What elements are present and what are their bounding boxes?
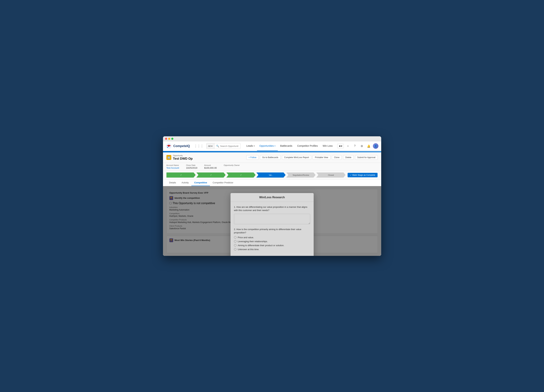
printable-view-button[interactable]: Printable View <box>313 155 331 160</box>
add-icon[interactable]: ＋ <box>345 143 351 149</box>
nav-item-leads[interactable]: Leads ▾ <box>244 141 257 151</box>
checkmark-icon: ✓ <box>210 174 212 176</box>
minimize-dot[interactable] <box>168 138 170 140</box>
pipeline-stage-4[interactable]: Val... <box>256 173 286 178</box>
nav-item-opportunities[interactable]: Opportunities ▾ <box>257 141 278 151</box>
delete-button[interactable]: Delete <box>343 155 354 160</box>
pipeline-stage-3[interactable]: ✓ <box>226 173 256 178</box>
main-content: Opportunity Board Survey Exec VFP 🏆 Iden… <box>163 186 381 256</box>
nav-item-competitor-profiles[interactable]: Competitor Profiles <box>295 141 320 151</box>
main-nav: Leads ▾ Opportunities ▾ Battlecards Comp… <box>242 141 335 151</box>
opportunity-title-row: 🏢 Opportunity Test DWD Op + Follow Go to… <box>166 155 378 161</box>
submit-approval-button[interactable]: Submit for Approval <box>355 155 378 160</box>
search-bar: All ▾ 🔍 <box>206 143 241 149</box>
question1-text: 1. How are we differentiating our value … <box>234 205 310 212</box>
follow-button[interactable]: + Follow <box>246 155 259 160</box>
browser-chrome <box>163 136 381 141</box>
radio-input-3[interactable] <box>234 244 237 247</box>
help-icon[interactable]: ? <box>352 143 358 149</box>
question2-text: 2. How is the competition primarily aimi… <box>234 228 310 234</box>
page-title: Test DWD Op <box>173 157 193 161</box>
amount-value: $100,000.00 <box>204 167 217 169</box>
avatar[interactable]: 👤 <box>373 143 378 149</box>
radio-options-group: Price and value. Leveraging their relati… <box>234 236 310 251</box>
breadcrumb: Opportunity <box>173 155 193 156</box>
radio-label-4: Unknown at this time. <box>238 248 259 251</box>
notifications-icon[interactable]: 🔔 <box>366 143 372 149</box>
stage-label: Closed <box>328 174 334 176</box>
owner-label: Opportunity Owner <box>224 164 240 166</box>
checkmark-icon: ✓ <box>180 174 182 176</box>
modal-title: Win/Loss Research <box>231 193 314 202</box>
radio-label-2: Leveraging their relationships. <box>238 240 268 243</box>
accent-bar <box>163 151 381 152</box>
browser-window: CompeteIQ ⋮⋮⋮ All ▾ 🔍 Leads ▾ <box>163 136 381 256</box>
radio-input-2[interactable] <box>234 240 237 242</box>
radio-option-3[interactable]: Aiming to differentiate their product or… <box>234 244 310 247</box>
nav-right: ★▾ ＋ ? ⚙ 🔔 👤 <box>337 143 378 149</box>
search-scope-dropdown[interactable]: All ▾ <box>207 143 214 149</box>
account-name-field: Account Name Test Account <box>166 164 179 169</box>
close-dot[interactable] <box>165 138 167 140</box>
tab-competitor-predictor[interactable]: Competitor Predictor <box>210 179 236 186</box>
radio-input-4[interactable] <box>234 248 237 250</box>
radio-option-1[interactable]: Price and value. <box>234 236 310 239</box>
pipeline-stage-1[interactable]: ✓ <box>166 173 196 178</box>
radio-label-3: Aiming to differentiate their product or… <box>238 244 284 247</box>
opportunity-header: 🏢 Opportunity Test DWD Op + Follow Go to… <box>163 152 381 163</box>
tab-details[interactable]: Details <box>166 179 179 186</box>
nav-item-win-loss[interactable]: Win Loss <box>320 141 335 151</box>
account-name-label: Account Name <box>166 164 179 166</box>
top-nav: CompeteIQ ⋮⋮⋮ All ▾ 🔍 Leads ▾ <box>163 141 381 151</box>
pipeline-stage-negotiation[interactable]: Negotiation/Review <box>286 173 316 178</box>
pipeline-row: ✓ ✓ ✓ Val... Negotiation/Review Closed ✓… <box>163 171 381 179</box>
pipeline-stage-closed[interactable]: Closed <box>316 173 346 178</box>
battlecards-button[interactable]: Go to Battlecards <box>260 155 281 160</box>
chevron-down-icon: ▾ <box>254 145 254 147</box>
modal-overlay: Win/Loss Research 1. How are we differen… <box>163 186 381 256</box>
clone-button[interactable]: Clone <box>332 155 342 160</box>
search-input-area: 🔍 <box>214 145 240 147</box>
chevron-down-icon: ▾ <box>211 145 213 147</box>
star-button[interactable]: ★▾ <box>337 144 344 148</box>
stage-label: Negotiation/Review <box>293 174 309 176</box>
owner-field: Opportunity Owner <box>224 164 240 169</box>
close-date-field: Close Date 10/25/2019 <box>186 164 197 169</box>
svg-point-1 <box>168 145 170 147</box>
logo-area: CompeteIQ <box>166 143 190 149</box>
radio-input-1[interactable] <box>234 236 237 239</box>
logo-text: CompeteIQ <box>173 144 190 148</box>
question1-textarea[interactable] <box>234 214 310 224</box>
tab-competitive[interactable]: Competitive <box>191 179 210 186</box>
account-name-value[interactable]: Test Account <box>166 167 179 169</box>
opportunity-details-row: Account Name Test Account Close Date 10/… <box>163 163 381 171</box>
chevron-down-icon: ▾ <box>274 145 275 147</box>
modal-body: 1. How are we differentiating our value … <box>231 202 314 256</box>
logo-icon <box>166 143 172 149</box>
win-loss-report-button[interactable]: Complete Win/Loss Report <box>282 155 311 160</box>
nav-item-battlecards[interactable]: Battlecards <box>278 141 295 151</box>
stage-label: Val... <box>269 174 273 176</box>
opportunity-title-left: 🏢 Opportunity Test DWD Op <box>166 155 193 161</box>
win-loss-modal: Win/Loss Research 1. How are we differen… <box>231 193 314 256</box>
opportunity-actions: + Follow Go to Battlecards Complete Win/… <box>246 155 378 160</box>
close-date-label: Close Date <box>186 164 197 166</box>
tabs-row: Details Activity Competitive Competitor … <box>163 179 381 186</box>
opportunity-icon: 🏢 <box>166 155 171 160</box>
checkmark-icon: ✓ <box>240 174 242 176</box>
settings-icon[interactable]: ⚙ <box>359 143 365 149</box>
app-container: CompeteIQ ⋮⋮⋮ All ▾ 🔍 Leads ▾ <box>163 141 381 256</box>
close-date-value: 10/25/2019 <box>186 167 197 169</box>
search-icon: 🔍 <box>216 145 219 147</box>
tab-activity[interactable]: Activity <box>179 179 191 186</box>
grid-icon[interactable]: ⋮⋮⋮ <box>194 144 204 149</box>
amount-label: Amount <box>204 164 217 166</box>
mark-stage-button[interactable]: ✓ Mark Stage as Complete <box>348 173 378 177</box>
pipeline-stage-2[interactable]: ✓ <box>196 173 226 178</box>
nav-menu: Leads ▾ Opportunities ▾ Battlecards Comp… <box>244 141 335 151</box>
fullscreen-dot[interactable] <box>171 138 173 140</box>
radio-option-4[interactable]: Unknown at this time. <box>234 248 310 251</box>
radio-option-2[interactable]: Leveraging their relationships. <box>234 240 310 243</box>
amount-field: Amount $100,000.00 <box>204 164 217 169</box>
search-input[interactable] <box>220 145 238 147</box>
